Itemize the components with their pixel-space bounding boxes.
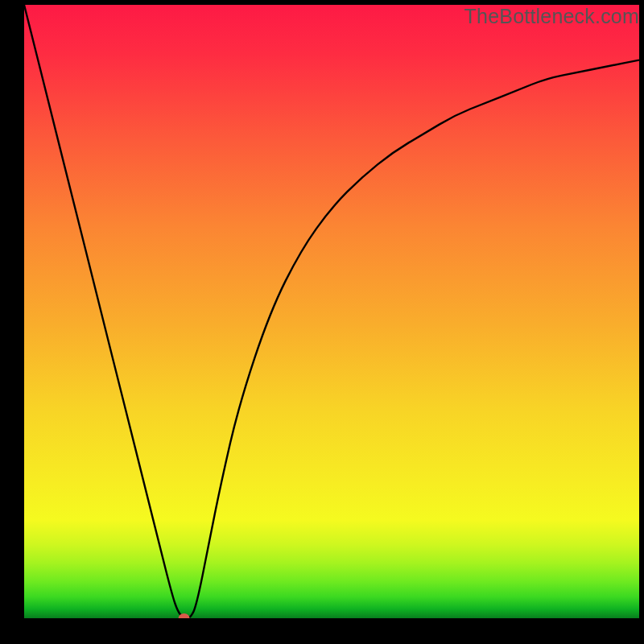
- bottleneck-curve: [24, 5, 639, 618]
- curve-path: [24, 5, 639, 618]
- minimum-marker: [179, 613, 190, 618]
- plot-area: [24, 5, 639, 618]
- watermark-text: TheBottleneck.com: [464, 5, 639, 28]
- chart-frame: TheBottleneck.com: [0, 0, 644, 644]
